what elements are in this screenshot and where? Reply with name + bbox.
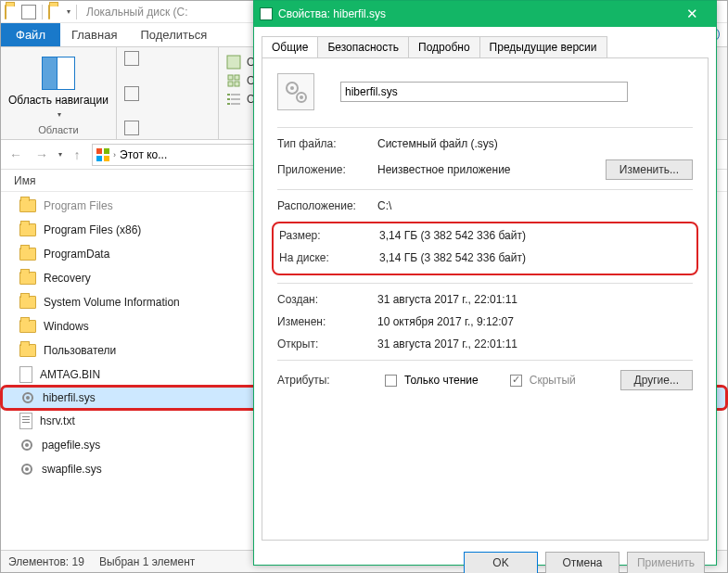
file-name: Recovery — [44, 272, 91, 285]
value-size: 3,14 ГБ (3 382 542 336 байт) — [379, 229, 691, 242]
forward-button[interactable]: → — [31, 144, 53, 166]
tab-file[interactable]: Файл — [1, 23, 60, 46]
chevron-down-icon[interactable]: ▾ — [58, 150, 62, 159]
chevron-right-icon[interactable]: › — [113, 150, 116, 159]
folder-icon — [5, 6, 18, 19]
value-ondisk: 3,14 ГБ (3 382 542 336 байт) — [379, 251, 691, 264]
back-button[interactable]: ← — [5, 144, 27, 166]
checkbox-icon[interactable] — [124, 51, 139, 66]
hidden-label: Скрытый — [530, 374, 576, 387]
ribbon-group-label: Области — [38, 124, 79, 135]
tab-share[interactable]: Поделиться — [129, 23, 219, 46]
readonly-checkbox[interactable] — [385, 375, 397, 387]
svg-rect-5 — [227, 94, 230, 96]
row-filetype: Тип файла: Системный файл (.sys) — [277, 137, 693, 150]
folder-icon — [19, 248, 36, 261]
chevron-down-icon[interactable]: ▾ — [57, 110, 61, 119]
properties-header — [277, 73, 693, 110]
label-ondisk: На диске: — [279, 251, 379, 264]
qat-icon-1[interactable] — [21, 5, 36, 19]
svg-rect-13 — [96, 156, 102, 161]
file-name: Program Files — [44, 199, 113, 212]
cancel-button[interactable]: Отмена — [545, 552, 619, 573]
label-size: Размер: — [279, 229, 379, 242]
file-name: Windows — [44, 320, 89, 333]
close-button[interactable]: ✕ — [673, 6, 710, 22]
folder-icon — [19, 296, 36, 309]
size-highlight-box: Размер: 3,14 ГБ (3 382 542 336 байт) На … — [272, 222, 698, 275]
folder-icon — [19, 320, 36, 333]
hidden-checkbox[interactable] — [510, 375, 522, 387]
window-title: Локальный диск (C: — [86, 6, 188, 19]
nav-panel-label: Область навигации — [8, 94, 109, 107]
nav-panel-icon[interactable] — [42, 57, 75, 90]
folder-icon — [19, 344, 36, 357]
breadcrumb-segment[interactable]: Этот ко... — [120, 148, 167, 161]
value-app: Неизвестное приложение — [377, 163, 606, 176]
svg-rect-0 — [227, 56, 240, 69]
label-app: Приложение: — [277, 163, 377, 176]
file-icon — [19, 366, 32, 383]
folder-icon — [48, 6, 61, 19]
svg-rect-7 — [227, 98, 230, 100]
huge-icons-icon — [226, 55, 241, 70]
up-button[interactable]: ↑ — [66, 144, 88, 166]
properties-dialog: Свойства: hiberfil.sys ✕ Общие Безопасно… — [253, 0, 717, 566]
change-button[interactable]: Изменить... — [606, 159, 693, 180]
svg-rect-10 — [231, 103, 240, 105]
file-name: hiberfil.sys — [43, 391, 96, 404]
ok-button[interactable]: OK — [464, 552, 538, 573]
folder-icon — [19, 199, 36, 212]
svg-rect-4 — [235, 82, 239, 86]
tab-general[interactable]: Общие — [262, 36, 318, 57]
value-modified: 10 октября 2017 г., 9:12:07 — [377, 315, 693, 328]
file-name: ProgramData — [44, 248, 109, 261]
readonly-label: Только чтение — [404, 374, 479, 387]
other-attrs-button[interactable]: Другие... — [620, 370, 693, 390]
label-modified: Изменен: — [277, 315, 377, 328]
status-selected: Выбран 1 элемент — [99, 555, 195, 568]
checkbox-icon[interactable] — [124, 121, 139, 135]
properties-titlebar[interactable]: Свойства: hiberfil.sys ✕ — [254, 1, 716, 27]
divider — [277, 127, 693, 128]
row-location: Расположение: C:\ — [277, 199, 693, 212]
svg-rect-3 — [228, 82, 233, 86]
address-box[interactable]: › Этот ко... — [92, 144, 259, 166]
dialog-footer: OK Отмена Применить — [254, 548, 716, 573]
checkbox-icon[interactable] — [124, 86, 139, 101]
ribbon-group-misc — [117, 47, 219, 139]
properties-tabs: Общие Безопасность Подробно Предыдущие в… — [262, 36, 709, 58]
row-opened: Открыт: 31 августа 2017 г., 22:01:11 — [277, 337, 693, 350]
divider — [277, 360, 693, 361]
row-modified: Изменен: 10 октября 2017 г., 9:12:07 — [277, 315, 693, 328]
separator — [76, 5, 77, 19]
gear-icon — [20, 390, 35, 405]
win-logo-icon — [96, 148, 109, 161]
tab-security[interactable]: Безопасность — [317, 36, 409, 57]
tab-home[interactable]: Главная — [60, 23, 129, 46]
file-name: System Volume Information — [44, 296, 180, 309]
value-location: C:\ — [377, 199, 693, 212]
tab-previous[interactable]: Предыдущие версии — [479, 36, 607, 57]
row-size: Размер: 3,14 ГБ (3 382 542 336 байт) — [279, 229, 691, 242]
list-icon — [226, 92, 241, 107]
label-opened: Открыт: — [277, 337, 377, 350]
chevron-down-icon[interactable]: ▾ — [67, 7, 70, 16]
file-name: hsrv.txt — [40, 414, 75, 427]
svg-point-22 — [290, 86, 294, 90]
svg-rect-6 — [231, 94, 240, 96]
svg-rect-2 — [235, 75, 239, 80]
tab-details[interactable]: Подробно — [408, 36, 480, 57]
value-created: 31 августа 2017 г., 22:01:11 — [377, 293, 693, 306]
divider — [277, 283, 693, 284]
svg-point-18 — [25, 443, 29, 447]
row-app: Приложение: Неизвестное приложение Измен… — [277, 159, 693, 180]
row-created: Создан: 31 августа 2017 г., 22:01:11 — [277, 293, 693, 306]
column-header-label: Имя — [14, 174, 35, 187]
svg-rect-12 — [104, 148, 109, 154]
filename-input[interactable] — [340, 82, 628, 102]
dialog-title: Свойства: hiberfil.sys — [278, 7, 668, 20]
apply-button[interactable]: Применить — [627, 552, 705, 573]
svg-rect-1 — [228, 75, 233, 80]
svg-point-16 — [26, 396, 30, 400]
